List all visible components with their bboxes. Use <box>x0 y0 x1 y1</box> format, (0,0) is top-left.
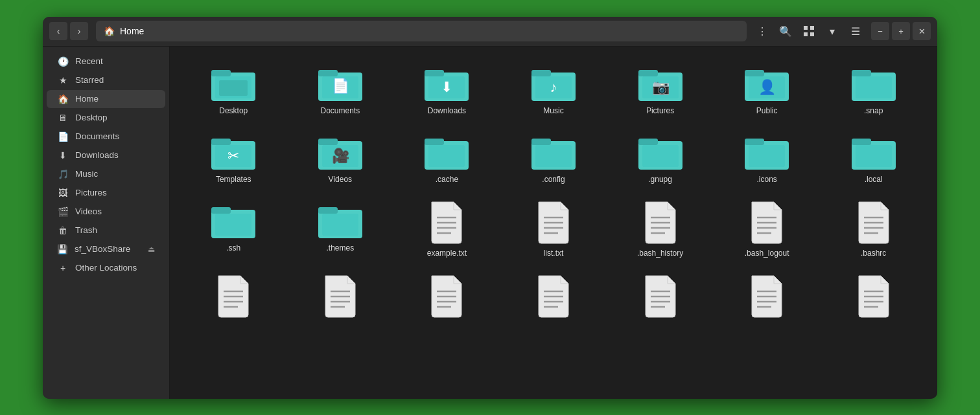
folder-local-icon <box>850 132 897 171</box>
pictures-icon: 🖼 <box>57 188 69 198</box>
file-label-snap: .snap <box>864 106 883 115</box>
sidebar-item-documents-label: Documents <box>75 131 119 141</box>
titlebar: ‹ › 🏠 Home ⋮ 🔍 ▾ ☰ − + ✕ <box>43 17 937 47</box>
doc-r4-5-icon <box>642 275 679 319</box>
file-label-themes: .themes <box>327 243 355 252</box>
file-label-ssh: .ssh <box>226 243 240 252</box>
sidebar-item-music[interactable]: 🎵 Music <box>47 165 165 183</box>
sidebar-item-other-locations[interactable]: + Other Locations <box>47 259 165 277</box>
window-controls: − + ✕ <box>871 22 931 40</box>
sidebar-item-recent[interactable]: 🕐 Recent <box>47 52 165 71</box>
svg-rect-58 <box>318 207 338 214</box>
back-button[interactable]: ‹ <box>49 22 67 40</box>
view-dropdown-button[interactable]: ▾ <box>823 22 841 40</box>
folder-cache-icon <box>423 132 470 171</box>
sidebar-item-documents[interactable]: 📄 Documents <box>47 128 165 146</box>
sidebar-item-vboxshare[interactable]: 💾 sf_VBoxShare ⏏ <box>47 240 165 258</box>
file-item-cache[interactable]: .cache <box>396 126 498 189</box>
folder-templates-icon: ✂ <box>210 132 257 171</box>
svg-rect-32 <box>211 139 231 145</box>
svg-text:📷: 📷 <box>651 78 670 96</box>
file-item-bashrc[interactable]: .bashrc <box>822 194 924 263</box>
sidebar-item-other-locations-label: Other Locations <box>75 263 137 273</box>
file-manager-window: ‹ › 🏠 Home ⋮ 🔍 ▾ ☰ − + ✕ <box>43 17 937 399</box>
doc-r4-2-icon <box>321 275 359 319</box>
file-item-public[interactable]: 👤 Public <box>716 57 818 120</box>
file-item-ssh[interactable]: .ssh <box>183 194 285 263</box>
folder-public-icon: 👤 <box>743 63 790 102</box>
folder-icons-icon <box>743 132 790 171</box>
svg-text:✂: ✂ <box>228 148 239 164</box>
file-label-downloads: Downloads <box>428 106 466 115</box>
svg-rect-43 <box>531 139 551 145</box>
svg-text:🎥: 🎥 <box>331 147 349 164</box>
eject-icon[interactable]: ⏏ <box>148 245 155 254</box>
nav-buttons: ‹ › <box>49 22 88 40</box>
menu-button[interactable]: ⋮ <box>753 22 771 40</box>
file-item-example-txt[interactable]: example.txt <box>396 194 498 263</box>
sidebar-item-recent-label: Recent <box>75 56 103 66</box>
folder-documents-icon: 📄 <box>317 63 364 102</box>
folder-themes-icon <box>317 201 364 240</box>
file-item-local[interactable]: .local <box>822 126 924 189</box>
sidebar-item-home[interactable]: 🏠 Home <box>47 90 165 108</box>
file-label-music: Music <box>543 106 563 115</box>
downloads-icon: ⬇ <box>57 150 69 161</box>
maximize-button[interactable]: + <box>892 22 910 40</box>
sidebar-item-desktop[interactable]: 🖥 Desktop <box>47 109 165 127</box>
file-label-bashrc: .bashrc <box>861 249 886 258</box>
svg-rect-56 <box>215 214 251 236</box>
file-item-gnupg[interactable]: .gnupg <box>609 126 711 189</box>
search-button[interactable]: 🔍 <box>776 22 795 40</box>
file-item-doc-r4-4[interactable] <box>503 268 605 324</box>
svg-rect-17 <box>531 70 551 76</box>
videos-icon: 🎬 <box>57 207 69 217</box>
file-item-templates[interactable]: ✂ Templates <box>183 126 285 189</box>
sidebar-item-pictures-label: Pictures <box>75 188 107 197</box>
svg-rect-40 <box>425 139 444 145</box>
file-item-doc-r4-6[interactable] <box>716 268 818 324</box>
file-item-icons[interactable]: .icons <box>716 126 818 189</box>
folder-desktop-icon <box>210 63 257 102</box>
file-item-config[interactable]: .config <box>503 126 605 189</box>
svg-rect-13 <box>425 70 444 76</box>
grid-view-button[interactable] <box>800 22 818 40</box>
list-view-button[interactable]: ☰ <box>846 22 865 40</box>
vboxshare-icon: 💾 <box>57 244 68 254</box>
file-item-snap[interactable]: .snap <box>822 57 924 120</box>
folder-gnupg-icon <box>637 132 684 171</box>
file-label-videos: Videos <box>329 175 352 184</box>
forward-button[interactable]: › <box>70 22 88 40</box>
close-button[interactable]: ✕ <box>913 22 931 40</box>
sidebar-item-videos[interactable]: 🎬 Videos <box>47 203 165 221</box>
file-item-videos[interactable]: 🎥 Videos <box>290 126 391 189</box>
sidebar-item-downloads[interactable]: ⬇ Downloads <box>47 146 165 164</box>
file-item-doc-r4-1[interactable] <box>183 268 285 324</box>
documents-icon: 📄 <box>57 131 69 142</box>
sidebar-item-pictures[interactable]: 🖼 Pictures <box>47 184 165 202</box>
sidebar-item-starred[interactable]: ★ Starred <box>47 71 165 89</box>
file-item-music[interactable]: ♪ Music <box>503 57 605 120</box>
minimize-button[interactable]: − <box>871 22 889 40</box>
doc-list-icon <box>535 201 572 245</box>
file-item-doc-r4-2[interactable] <box>290 268 391 324</box>
file-item-bash-logout[interactable]: .bash_logout <box>716 194 818 263</box>
svg-rect-44 <box>535 145 572 167</box>
file-item-doc-r4-5[interactable] <box>609 268 711 324</box>
file-item-themes[interactable]: .themes <box>290 194 391 263</box>
file-item-doc-r4-3[interactable] <box>396 268 498 324</box>
sidebar-item-trash[interactable]: 🗑 Trash <box>47 221 165 240</box>
sidebar-item-desktop-label: Desktop <box>75 113 108 122</box>
folder-snap-icon <box>850 63 897 102</box>
file-item-desktop[interactable]: Desktop <box>183 57 285 120</box>
file-item-doc-r4-7[interactable] <box>822 268 924 324</box>
address-bar[interactable]: 🏠 Home <box>96 21 747 41</box>
file-item-documents[interactable]: 📄 Documents <box>290 57 391 120</box>
file-item-list-txt[interactable]: list.txt <box>503 194 605 263</box>
svg-text:⬇: ⬇ <box>441 79 452 95</box>
file-item-downloads[interactable]: ⬇ Downloads <box>396 57 498 120</box>
file-label-bash-history: .bash_history <box>637 249 683 258</box>
svg-rect-7 <box>219 80 248 96</box>
file-item-pictures[interactable]: 📷 Pictures <box>609 57 711 120</box>
file-item-bash-history[interactable]: .bash_history <box>609 194 711 263</box>
